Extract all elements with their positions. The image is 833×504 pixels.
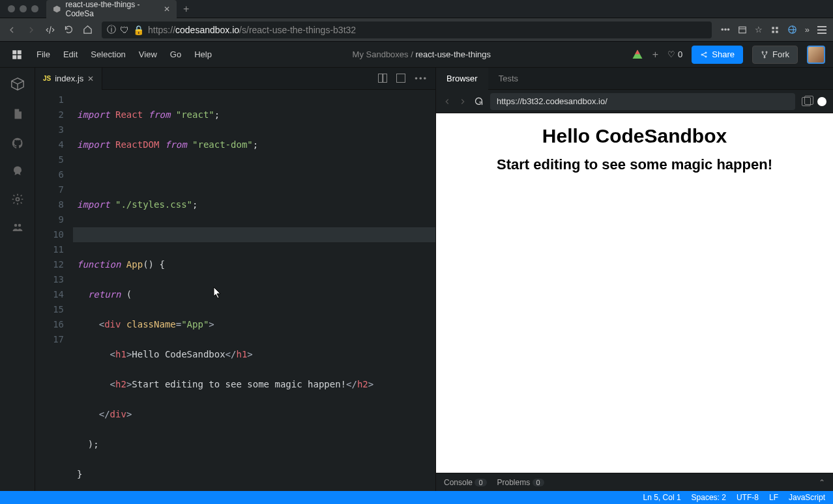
js-icon: JS [43,75,51,82]
info-icon: 🛡 [120,25,129,35]
svg-rect-0 [739,27,746,33]
editor-pane: JS index.js ✕ ••• 1234567891011121314151… [35,68,435,491]
users-icon[interactable] [11,221,24,233]
preview-footer: Console 0 Problems 0 ⌃ [436,473,833,491]
preview-back-icon[interactable] [443,97,452,106]
file-tab-indexjs[interactable]: JS index.js ✕ [35,68,102,90]
file-icon[interactable] [12,107,23,121]
globe-icon[interactable] [787,25,797,35]
preview-forward-icon[interactable] [458,97,467,106]
sandbox-title: react-use-the-things [415,49,491,59]
preview-subheading: Start editing to see some magic happen! [497,156,772,173]
presence-icon[interactable] [632,49,643,61]
new-tab-button[interactable]: + [177,3,196,15]
menu-go[interactable]: Go [170,49,181,59]
preview-pane: Browser Tests https://b3t32.codesandbox.… [435,68,833,491]
status-encoding[interactable]: UTF-8 [737,493,759,502]
url-text: https://codesandbox.io/s/react-use-the-t… [148,25,356,35]
dev-icon[interactable] [46,25,55,35]
close-icon[interactable]: ✕ [164,5,170,14]
menu-selection[interactable]: Selection [91,49,125,59]
github-icon[interactable] [11,137,24,150]
cs-topbar: File Edit Selection View Go Help My Sand… [0,42,833,68]
reload-icon[interactable] [64,25,74,35]
preview-navbar: https://b3t32.codesandbox.io/ [436,90,833,113]
status-dot-icon[interactable] [817,97,826,106]
reader-icon[interactable] [738,25,747,35]
status-language[interactable]: JavaScript [789,493,825,502]
preview-reload-icon[interactable] [474,96,484,106]
sandbox-icon[interactable] [10,77,25,91]
like-counter[interactable]: ♡0 [667,49,682,59]
svg-point-14 [705,56,707,57]
overflow-icon[interactable]: » [805,25,810,35]
forward-icon[interactable] [26,25,37,35]
breadcrumb-prefix: My Sandboxes / [353,49,416,59]
tab-browser[interactable]: Browser [436,68,488,90]
svg-point-13 [705,52,707,53]
gear-icon[interactable] [11,193,24,206]
menu-file[interactable]: File [37,49,50,59]
console-tab[interactable]: Console 0 [444,478,487,487]
code-editor[interactable]: 1234567891011121314151617 import React f… [35,90,435,504]
status-eol[interactable]: LF [769,493,778,502]
close-icon[interactable]: ✕ [87,74,94,83]
window-traffic-lights [0,5,46,12]
lock-icon: 🔒 [133,25,144,35]
svg-rect-7 [18,50,22,54]
cs-logo-icon[interactable] [8,49,26,61]
preview-tabs: Browser Tests [436,68,833,90]
open-window-icon[interactable] [802,97,811,106]
extension-icon[interactable] [770,25,780,35]
more-icon[interactable]: ••• [415,74,428,83]
svg-point-16 [766,51,767,53]
preview-heading: Hello CodeSandbox [542,125,727,147]
status-spaces[interactable]: Spaces: 2 [692,493,726,502]
breadcrumb[interactable]: My Sandboxes / react-use-the-things [353,49,491,59]
deploy-icon[interactable] [12,165,23,177]
preview-frame[interactable]: Hello CodeSandbox Start editing to see s… [436,113,833,473]
add-button[interactable]: + [652,49,658,61]
status-position[interactable]: Ln 5, Col 1 [643,493,681,502]
svg-rect-4 [776,31,778,33]
fork-button[interactable]: Fork [752,46,798,64]
svg-point-19 [14,224,17,227]
svg-point-20 [18,224,21,227]
home-icon[interactable] [83,25,93,35]
svg-point-17 [764,57,765,58]
shield-icon: ⓘ [107,24,116,36]
browser-tabstrip: react-use-the-things - CodeSa ✕ + [0,0,833,18]
back-icon[interactable] [7,25,17,35]
chevron-up-icon[interactable]: ⌃ [819,478,825,487]
svg-point-18 [16,198,19,201]
svg-point-12 [701,54,703,55]
editor-tabs: JS index.js ✕ ••• [35,68,435,90]
bookmark-star-icon[interactable]: ☆ [755,25,763,35]
line-gutter: 1234567891011121314151617 [35,90,73,504]
problems-tab[interactable]: Problems 0 [497,478,544,487]
fork-icon [761,51,768,59]
address-bar[interactable]: ⓘ 🛡 🔒 https://codesandbox.io/s/react-use… [102,21,712,38]
menu-view[interactable]: View [139,49,157,59]
svg-rect-6 [12,50,16,54]
activity-bar [0,68,35,491]
share-button[interactable]: Share [692,46,743,64]
svg-rect-3 [772,31,774,33]
svg-marker-11 [635,49,640,54]
file-tab-name: index.js [55,74,83,83]
tab-tests[interactable]: Tests [488,68,529,90]
menu-icon[interactable] [817,26,826,34]
meatball-icon[interactable]: ••• [721,25,730,35]
cube-icon [53,5,61,14]
layout-icon[interactable] [396,74,405,83]
avatar[interactable] [807,46,825,64]
split-editor-icon[interactable] [378,74,387,83]
share-icon [700,51,708,59]
browser-navbar: ⓘ 🛡 🔒 https://codesandbox.io/s/react-use… [0,18,833,42]
browser-tab[interactable]: react-use-the-things - CodeSa ✕ [46,0,177,18]
code-body[interactable]: import React from "react"; import ReactD… [73,90,435,504]
menu-edit[interactable]: Edit [63,49,78,59]
menu-help[interactable]: Help [194,49,212,59]
svg-rect-9 [18,55,22,59]
preview-url[interactable]: https://b3t32.codesandbox.io/ [490,93,795,110]
